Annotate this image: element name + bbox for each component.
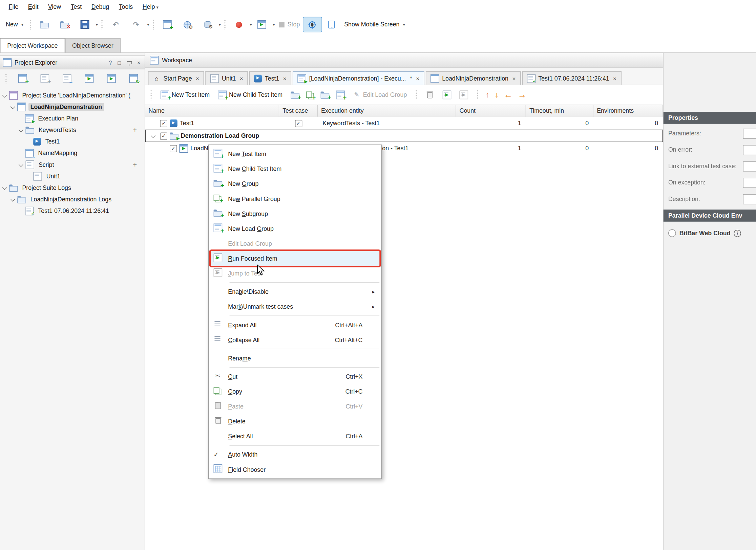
context-menu-item-new-subgroup[interactable]: +New Subgroup xyxy=(209,206,381,221)
close-icon[interactable]: × xyxy=(196,75,199,82)
menu-test[interactable]: Test xyxy=(66,1,86,12)
new-file-button[interactable]: + xyxy=(35,71,55,86)
close-icon[interactable]: × xyxy=(416,75,419,82)
tree-item-execution-plan[interactable]: ▶Execution Plan xyxy=(0,113,145,124)
close-icon[interactable]: × xyxy=(283,75,287,82)
tree-item-project-suite-loadninjademonstration[interactable]: Project Suite 'LoadNinjaDemonstration' ( xyxy=(0,90,145,101)
new-button[interactable]: New ▾ xyxy=(3,17,26,32)
restore-icon[interactable]: □ xyxy=(116,60,122,65)
context-menu-item-field-chooser[interactable]: Field Chooser xyxy=(209,462,381,477)
move-down-button[interactable]: ↓ xyxy=(493,91,500,100)
save-all-button[interactable] xyxy=(75,17,94,32)
menu-tools[interactable]: Tools xyxy=(114,1,138,12)
column-header-timeout-min[interactable]: Timeout, min xyxy=(526,105,593,116)
chevron-down-icon[interactable] xyxy=(151,133,155,138)
close-icon[interactable]: × xyxy=(240,75,243,82)
undo-button[interactable]: ↶ xyxy=(106,17,125,32)
context-menu-item-collapse-all[interactable]: Collapse AllCtrl+Alt+C xyxy=(209,332,381,347)
context-menu-item-new-child-test-item[interactable]: +New Child Test Item xyxy=(209,161,381,176)
context-menu-item-new-group[interactable]: +New Group xyxy=(209,176,381,191)
new-subgroup-button[interactable]: + xyxy=(318,90,332,100)
redo-dropdown-icon[interactable]: ▾ xyxy=(147,22,149,27)
radio-icon[interactable] xyxy=(668,229,676,237)
column-header-environments[interactable]: Environments xyxy=(593,105,663,116)
web-testing-tools-button[interactable]: ⚙ xyxy=(178,17,197,32)
context-menu-item-expand-all[interactable]: Expand AllCtrl+Alt+A xyxy=(209,317,381,332)
run-project-suite-button[interactable]: ▶ xyxy=(102,71,121,86)
new-child-test-item-button[interactable]: + New Child Test Item xyxy=(215,89,286,101)
help-icon[interactable]: ? xyxy=(107,60,113,65)
pin-icon[interactable] xyxy=(127,61,131,64)
chevron-down-icon[interactable]: ▾ xyxy=(21,22,23,27)
chevron-down-icon[interactable] xyxy=(10,197,15,201)
column-header-name[interactable]: Name xyxy=(145,105,279,116)
new-load-group-button[interactable]: + xyxy=(333,89,348,101)
mobile-screen-button[interactable] xyxy=(322,17,341,32)
add-new-item-button[interactable]: + xyxy=(13,71,32,86)
property-input[interactable] xyxy=(743,161,756,171)
show-mobile-screen-button[interactable]: Show Mobile Screen ▾ xyxy=(341,17,408,32)
run-project-button[interactable]: ▶ xyxy=(80,71,99,86)
context-menu-item-new-test-item[interactable]: +New Test Item xyxy=(209,147,381,161)
row-checkbox[interactable] xyxy=(160,132,167,139)
tree-item-script[interactable]: Script+ xyxy=(0,159,145,171)
run-selected-button[interactable]: ↻ xyxy=(124,71,143,86)
info-icon[interactable]: i xyxy=(734,229,741,237)
property-input[interactable] xyxy=(743,128,756,138)
tree-item-test1[interactable]: Test1 xyxy=(0,136,145,147)
open-file-button[interactable]: → xyxy=(35,17,54,32)
add-icon[interactable]: + xyxy=(133,161,137,169)
redo-button[interactable]: ↷ xyxy=(126,17,146,32)
table-row-demonstration-load-group[interactable]: ▶Demonstration Load Group xyxy=(145,130,663,142)
move-left-button[interactable]: ← xyxy=(502,90,514,100)
record-dropdown-icon[interactable]: ▾ xyxy=(250,22,252,27)
data-access-tools-button[interactable]: ⚙ xyxy=(198,17,217,32)
tree-item-test1-07-06-2024-11-26-41[interactable]: ✓Test1 07.06.2024 11:26:41 xyxy=(0,205,145,217)
tree-item-loadninjademonstration-logs[interactable]: LoadNinjaDemonstration Logs xyxy=(0,194,145,205)
context-menu-item-enable-disable[interactable]: Enable\Disable▸ xyxy=(209,284,381,299)
tree-item-unit1[interactable]: Unit1 xyxy=(0,171,145,182)
context-menu-item-new-load-group[interactable]: +New Load Group xyxy=(209,221,381,236)
tree-item-namemapping[interactable]: →NameMapping xyxy=(0,148,145,159)
menu-file[interactable]: File xyxy=(4,1,23,12)
menu-edit[interactable]: Edit xyxy=(23,1,43,12)
tab-project-workspace[interactable]: Project Workspace xyxy=(0,38,65,52)
chevron-down-icon[interactable] xyxy=(19,127,23,132)
context-menu-item-rename[interactable]: Rename xyxy=(209,351,381,366)
add-project-item-button[interactable]: + xyxy=(158,17,177,32)
delete-item-button[interactable] xyxy=(423,89,437,101)
property-input[interactable] xyxy=(743,194,756,204)
close-project-button[interactable]: × xyxy=(55,17,74,32)
tools-dropdown-icon[interactable]: ▾ xyxy=(219,22,221,27)
menu-view[interactable]: View xyxy=(43,1,66,12)
close-icon[interactable]: × xyxy=(136,60,142,65)
record-button[interactable] xyxy=(229,17,248,32)
open-existing-button[interactable]: → xyxy=(57,71,77,86)
doc-tab-loadninjademonstration-execu[interactable]: ▶[LoadNinjaDemonstration] - Execu...*× xyxy=(293,71,424,85)
run-focused-item-button[interactable]: ▶ xyxy=(440,89,454,101)
chevron-down-icon[interactable] xyxy=(10,104,15,109)
context-menu-item-auto-width[interactable]: ✓Auto Width xyxy=(209,447,381,462)
menu-debug[interactable]: Debug xyxy=(87,1,114,12)
context-menu-item-cut[interactable]: ✂CutCtrl+X xyxy=(209,369,381,384)
close-icon[interactable]: × xyxy=(613,75,616,82)
context-menu-item-mark-unmark-test-cases[interactable]: Mark\Unmark test cases▸ xyxy=(209,299,381,314)
test-case-checkbox[interactable] xyxy=(295,120,302,127)
property-input[interactable] xyxy=(743,178,756,188)
new-parallel-group-button[interactable]: + xyxy=(303,89,317,101)
row-checkbox[interactable] xyxy=(170,145,177,152)
doc-tab-start-page[interactable]: ⌂Start Page× xyxy=(148,71,204,85)
property-input[interactable] xyxy=(743,145,756,155)
chevron-down-icon[interactable] xyxy=(19,162,23,167)
column-header-test-case[interactable]: Test case xyxy=(279,105,318,116)
close-icon[interactable]: × xyxy=(512,75,516,82)
tree-item-loadninjademonstration[interactable]: LoadNinjaDemonstration xyxy=(0,101,145,113)
debug-bug-button[interactable] xyxy=(303,17,322,32)
column-header-count[interactable]: Count xyxy=(456,105,526,116)
doc-tab-unit1[interactable]: Unit1× xyxy=(206,71,248,85)
doc-tab-test1[interactable]: Test1× xyxy=(249,71,291,85)
run-button[interactable]: ▶ xyxy=(252,17,271,32)
context-menu-item-delete[interactable]: Delete xyxy=(209,414,381,429)
doc-tab-loadninjademonstration[interactable]: LoadNinjaDemonstration× xyxy=(426,71,521,85)
tree-item-project-suite-logs[interactable]: Project Suite Logs xyxy=(0,182,145,194)
